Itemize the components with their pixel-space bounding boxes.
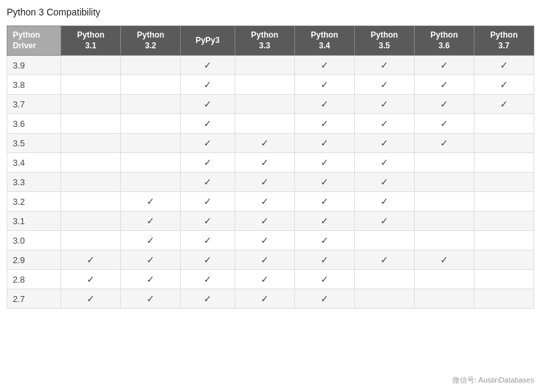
check-icon: ✓ <box>440 79 448 90</box>
column-header-py31: Python 3.1 <box>61 26 121 56</box>
check-icon: ✓ <box>147 274 155 285</box>
cell-3.7-driver: 3.7 <box>7 95 61 114</box>
cell-3.5-py32 <box>121 134 181 153</box>
cell-3.7-py33 <box>235 95 294 114</box>
cell-3.1-py36 <box>414 211 474 231</box>
column-header-py36: Python 3.6 <box>414 26 474 56</box>
check-icon: ✓ <box>204 138 212 148</box>
column-header-py35: Python 3.5 <box>354 26 414 56</box>
cell-3.6-py32 <box>121 114 181 134</box>
cell-3.8-py33 <box>235 75 294 95</box>
cell-3.3-py31 <box>61 173 121 192</box>
cell-2.8-py32: ✓ <box>121 270 181 289</box>
check-icon: ✓ <box>321 99 329 109</box>
cell-3.1-py32: ✓ <box>121 211 181 231</box>
cell-2.7-py37 <box>474 289 534 309</box>
check-icon: ✓ <box>440 138 448 148</box>
cell-3.3-py33: ✓ <box>235 173 294 192</box>
cell-3.3-py37 <box>474 173 534 192</box>
cell-3.4-py32 <box>121 153 181 173</box>
table-row: 3.6✓✓✓✓ <box>7 114 534 134</box>
check-icon: ✓ <box>204 215 212 226</box>
check-icon: ✓ <box>380 118 388 129</box>
cell-3.2-py35: ✓ <box>354 192 414 211</box>
check-icon: ✓ <box>87 254 95 265</box>
check-icon: ✓ <box>204 79 212 90</box>
cell-3.3-pypy3: ✓ <box>181 173 235 192</box>
cell-3.6-driver: 3.6 <box>7 114 61 134</box>
table-row: 3.4✓✓✓✓ <box>7 153 534 173</box>
check-icon: ✓ <box>321 196 329 207</box>
cell-3.5-driver: 3.5 <box>7 134 61 153</box>
check-icon: ✓ <box>380 79 388 90</box>
cell-3.4-py36 <box>414 153 474 173</box>
cell-2.9-py32: ✓ <box>121 250 181 270</box>
table-row: 3.7✓✓✓✓✓ <box>7 95 534 114</box>
check-icon: ✓ <box>204 254 212 265</box>
cell-3.5-py37 <box>474 134 534 153</box>
cell-2.8-py37 <box>474 270 534 289</box>
cell-2.8-py33: ✓ <box>235 270 294 289</box>
table-row: 3.3✓✓✓✓ <box>7 173 534 192</box>
check-icon: ✓ <box>261 138 269 148</box>
cell-3.8-py36: ✓ <box>414 75 474 95</box>
cell-3.8-py32 <box>121 75 181 95</box>
cell-3.5-py35: ✓ <box>354 134 414 153</box>
cell-3.3-py32 <box>121 173 181 192</box>
check-icon: ✓ <box>500 79 508 90</box>
column-header-py34: Python 3.4 <box>294 26 354 56</box>
check-icon: ✓ <box>321 293 329 304</box>
cell-2.9-pypy3: ✓ <box>181 250 235 270</box>
cell-3.2-py31 <box>61 192 121 211</box>
cell-3.2-py36 <box>414 192 474 211</box>
cell-3.5-py36: ✓ <box>414 134 474 153</box>
check-icon: ✓ <box>321 274 329 285</box>
cell-3.7-py36: ✓ <box>414 95 474 114</box>
check-icon: ✓ <box>204 118 212 129</box>
cell-3.7-py37: ✓ <box>474 95 534 114</box>
cell-2.7-py34: ✓ <box>294 289 354 309</box>
check-icon: ✓ <box>321 60 329 70</box>
cell-2.7-driver: 2.7 <box>7 289 61 309</box>
cell-2.9-py33: ✓ <box>235 250 294 270</box>
check-icon: ✓ <box>380 157 388 168</box>
cell-3.9-driver: 3.9 <box>7 56 61 75</box>
cell-3.3-py36 <box>414 173 474 192</box>
check-icon: ✓ <box>321 118 329 129</box>
cell-2.9-py31: ✓ <box>61 250 121 270</box>
check-icon: ✓ <box>261 177 269 187</box>
check-icon: ✓ <box>147 215 155 226</box>
check-icon: ✓ <box>321 79 329 90</box>
cell-3.4-py34: ✓ <box>294 153 354 173</box>
check-icon: ✓ <box>204 274 212 285</box>
cell-3.6-py31 <box>61 114 121 134</box>
cell-3.9-py31 <box>61 56 121 75</box>
table-row: 3.0✓✓✓✓ <box>7 231 534 250</box>
table-row: 3.1✓✓✓✓✓ <box>7 211 534 231</box>
cell-3.4-driver: 3.4 <box>7 153 61 173</box>
cell-3.9-py37: ✓ <box>474 56 534 75</box>
cell-3.2-py32: ✓ <box>121 192 181 211</box>
check-icon: ✓ <box>380 254 388 265</box>
cell-2.8-py34: ✓ <box>294 270 354 289</box>
cell-3.6-py36: ✓ <box>414 114 474 134</box>
check-icon: ✓ <box>147 293 155 304</box>
table-row: 3.9✓✓✓✓✓ <box>7 56 534 75</box>
cell-2.7-py36 <box>414 289 474 309</box>
check-icon: ✓ <box>87 293 95 304</box>
cell-2.8-py31: ✓ <box>61 270 121 289</box>
cell-3.0-py36 <box>414 231 474 250</box>
table-row: 2.7✓✓✓✓✓ <box>7 289 534 309</box>
check-icon: ✓ <box>204 235 212 246</box>
cell-3.0-py33: ✓ <box>235 231 294 250</box>
cell-3.8-driver: 3.8 <box>7 75 61 95</box>
cell-3.9-pypy3: ✓ <box>181 56 235 75</box>
check-icon: ✓ <box>87 274 95 285</box>
table-row: 3.2✓✓✓✓✓ <box>7 192 534 211</box>
cell-3.9-py35: ✓ <box>354 56 414 75</box>
check-icon: ✓ <box>321 235 329 246</box>
check-icon: ✓ <box>440 60 448 70</box>
check-icon: ✓ <box>440 254 448 265</box>
cell-2.9-driver: 2.9 <box>7 250 61 270</box>
cell-3.6-py34: ✓ <box>294 114 354 134</box>
